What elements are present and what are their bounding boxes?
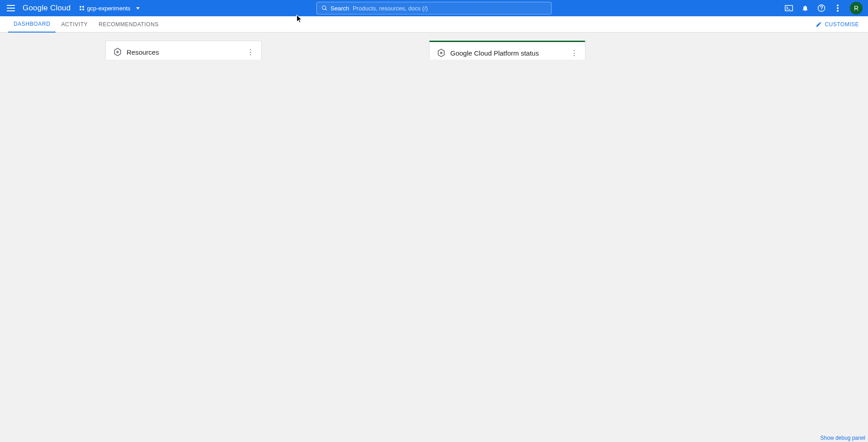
card-resources: Resources ⋮ BigQueryData warehouse/analy…	[105, 41, 262, 60]
notifications-icon[interactable]	[801, 4, 809, 12]
svg-point-8	[117, 51, 118, 52]
logo-cloud: Cloud	[50, 4, 71, 12]
search-icon	[321, 5, 328, 11]
svg-point-28	[440, 52, 442, 53]
tab-recommendations[interactable]: RECOMMENDATIONS	[93, 16, 164, 33]
search-input[interactable]: Search Products, resources, docs (/)	[316, 2, 552, 14]
project-name: gcp-experiments	[87, 5, 130, 12]
logo[interactable]: Google Cloud	[23, 4, 71, 13]
tab-activity[interactable]: ACTIVITY	[56, 16, 93, 33]
svg-rect-2	[785, 5, 793, 11]
svg-point-5	[837, 5, 839, 6]
card-title: Google Cloud Platform status	[450, 49, 539, 57]
tab-dashboard[interactable]: DASHBOARD	[8, 16, 56, 33]
menu-icon[interactable]	[5, 3, 16, 14]
kebab-icon[interactable]: ⋮	[571, 49, 578, 57]
chevron-down-icon	[136, 7, 140, 9]
tab-bar: DASHBOARD ACTIVITY RECOMMENDATIONS CUSTO…	[0, 16, 868, 33]
svg-point-7	[837, 10, 839, 12]
card-status: Google Cloud Platform status ⋮ All servi…	[429, 41, 585, 60]
hexagon-icon	[437, 48, 446, 57]
project-picker[interactable]: gcp-experiments	[80, 5, 139, 12]
search-label: Search	[330, 5, 349, 12]
svg-point-4	[821, 9, 822, 10]
logo-google: Google	[23, 4, 48, 12]
svg-point-0	[322, 6, 326, 9]
project-icon	[80, 6, 84, 10]
top-bar: Google Cloud gcp-experiments Search Prod…	[0, 0, 868, 16]
card-title: Resources	[127, 48, 159, 56]
avatar[interactable]: R	[850, 2, 863, 14]
more-icon[interactable]	[834, 4, 842, 12]
svg-line-1	[326, 9, 327, 10]
pencil-icon	[816, 21, 822, 28]
cloud-shell-icon[interactable]	[785, 4, 793, 12]
customise-button[interactable]: CUSTOMISE	[816, 21, 859, 28]
help-icon[interactable]	[817, 4, 826, 12]
search-placeholder: Products, resources, docs (/)	[353, 5, 428, 12]
hexagon-icon	[113, 47, 122, 56]
svg-point-6	[837, 7, 839, 9]
kebab-icon[interactable]: ⋮	[247, 48, 254, 56]
